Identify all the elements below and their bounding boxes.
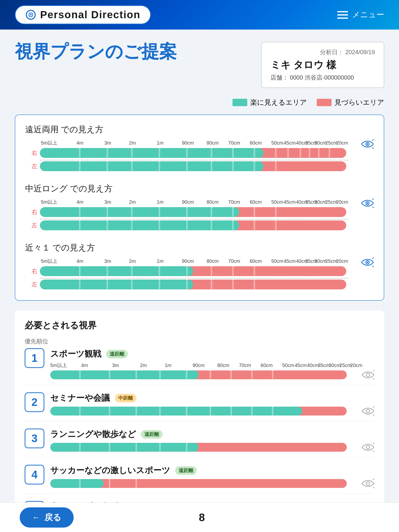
eye-icon-3 [361,257,374,267]
eye-icon-p4 [362,479,374,488]
svg-point-65 [367,262,368,263]
priority-content-1: スポーツ観戦 遠距離 5m以上 4m 3m 2m 1m 90cm 80cm 70… [50,348,374,380]
ruler-label: 45cm [284,140,296,146]
eye-icon-p1 [362,370,374,380]
ruler-label: 30cm [315,258,327,264]
priority-name-2: セミナーや会議 [50,392,110,404]
bar-easy-right-3 [40,266,193,276]
ruler-label: 45cm [284,258,296,264]
priority-name-4: サッカーなどの激しいスポーツ [50,465,170,476]
eye-icon-1 [361,139,374,149]
legend-easy-color [233,99,247,106]
priority-bar-easy-1 [50,370,199,379]
svg-point-85 [366,409,370,413]
store-label: 店舗： [270,74,288,81]
ruler-label: 5m以上 [41,199,58,205]
priority-number-2: 2 [25,392,44,412]
svg-point-27 [367,143,368,145]
priority-item-1: 1 スポーツ観戦 遠距離 5m以上 4m 3m 2m 1m 90cm 80cm … [25,348,374,385]
eye-label-left: 左 [25,281,37,288]
ruler-label: 50cm [271,258,283,264]
customer-store: 店舗： 0000 渋谷店-000000000 [270,74,375,82]
header: Personal Direction メニュー [0,0,399,30]
svg-point-91 [366,446,370,449]
vision-group-3: 近々１ での見え方 5m以上 4m 3m 2m 1m 90cm 80cm [25,242,374,291]
footer: ← 戻る 8 [0,502,399,532]
needed-title: 必要とされる視界 [25,319,374,332]
eye-label-left: 左 [25,221,37,229]
ruler-2: 5m以上 4m 3m 2m 1m 90cm 80cm 70cm 60cm 50c… [25,198,361,206]
main-content: 視界プランのご提案 分析日： 2024/09/19 ミキ タロウ 様 店舗： 0… [0,30,399,532]
analysis-date: 分析日： 2024/09/19 [270,48,375,56]
group-type-3: 近々１ [25,243,50,252]
ruler-label: 25cm [325,140,337,146]
eye-icon-p2 [362,406,374,416]
priority-label: 優先順位 [25,337,374,345]
priority-tag-2: 中距離 [115,394,136,402]
ruler-label: 45cm [284,199,296,205]
priority-content-4: サッカーなどの激しいスポーツ 遠距離 [50,465,374,488]
bar-row-right-1: 右 [25,148,361,158]
customer-card: 分析日： 2024/09/19 ミキ タロウ 様 店舗： 0000 渋谷店-00… [261,42,384,88]
ruler-label: 2m [129,258,136,264]
priority-content-2: セミナーや会議 中距離 [50,392,374,416]
group-suffix-1: での見え方 [61,125,103,134]
svg-point-2 [30,14,32,16]
ruler-label: 60cm [250,140,262,146]
bar-easy-right-1 [40,148,264,158]
header-logo: Personal Direction [15,5,151,24]
back-label: 戻る [44,512,61,523]
bar-container-left-3 [40,280,346,289]
svg-point-95 [366,482,370,485]
ruler-1: 5m以上 4m 3m 2m 1m 90cm 80cm 70cm 60cm 50c… [25,139,361,147]
priority-number-3: 3 [25,429,44,448]
menu-button[interactable]: メニュー [337,9,384,20]
vision-section: 遠近両用 での見え方 5m以上 4m 3m 2m 1m 90cm 80cm [15,115,384,301]
priority-item-4: 4 サッカーなどの激しいスポーツ 遠距離 [25,465,374,494]
ruler-label: 1m [157,199,164,205]
priority-header-2: セミナーや会議 中距離 [50,392,374,404]
priority-header-1: スポーツ観戦 遠距離 [50,348,374,360]
ruler-label: 80cm [207,140,219,146]
priority-bar-row-1 [50,370,374,380]
priority-number-1: 1 [25,348,44,368]
ruler-label: 4m [77,199,83,205]
priority-bar-3 [50,443,347,452]
vision-group-1-title: 遠近両用 での見え方 [25,124,374,135]
bar-container-left-2 [40,220,346,230]
priority-item-2: 2 セミナーや会議 中距離 [25,392,374,421]
bar-easy-left-1 [40,161,264,171]
ruler-label: 80cm [207,258,219,264]
ruler-label: 20cm [336,258,348,264]
priority-tag-4: 遠距離 [175,466,197,475]
group-suffix-2: での見え方 [70,184,113,193]
vision-group-3-title: 近々１ での見え方 [25,242,374,253]
legend-easy: 楽に見えるエリア [233,98,307,107]
bar-row-right-2: 右 [25,207,361,217]
ruler-label: 70cm [228,140,240,146]
priority-bar-1 [50,370,347,379]
ruler-label: 3m [104,258,111,264]
ruler-label: 70cm [228,199,240,205]
priority-tag-3: 遠距離 [141,430,163,439]
legend: 楽に見えるエリア 見づらいエリア [15,98,384,107]
logo-icon [25,9,36,20]
priority-bar-2 [50,407,347,416]
ruler-label: 90cm [182,199,194,205]
priority-bar-easy-2 [50,407,302,416]
back-button[interactable]: ← 戻る [20,507,74,528]
logo-text: Personal Direction [40,9,140,21]
svg-point-75 [366,373,370,377]
priority-content-3: ランニングや散歩など 遠距離 [50,429,374,452]
ruler-label: 4m [77,140,83,146]
bar-easy-right-2 [40,207,239,217]
vision-group-1: 遠近両用 での見え方 5m以上 4m 3m 2m 1m 90cm 80cm [25,124,374,173]
priority-number-4: 4 [25,465,44,484]
ruler-label: 5m以上 [41,258,58,265]
priority-bar-row-4 [50,479,374,488]
ruler-label: 3m [104,199,111,205]
legend-easy-label: 楽に見えるエリア [250,98,307,107]
ruler-label: 5m以上 [41,140,58,146]
page-title: 視界プランのご提案 [15,42,177,61]
store-value: 0000 渋谷店-000000000 [290,74,354,81]
